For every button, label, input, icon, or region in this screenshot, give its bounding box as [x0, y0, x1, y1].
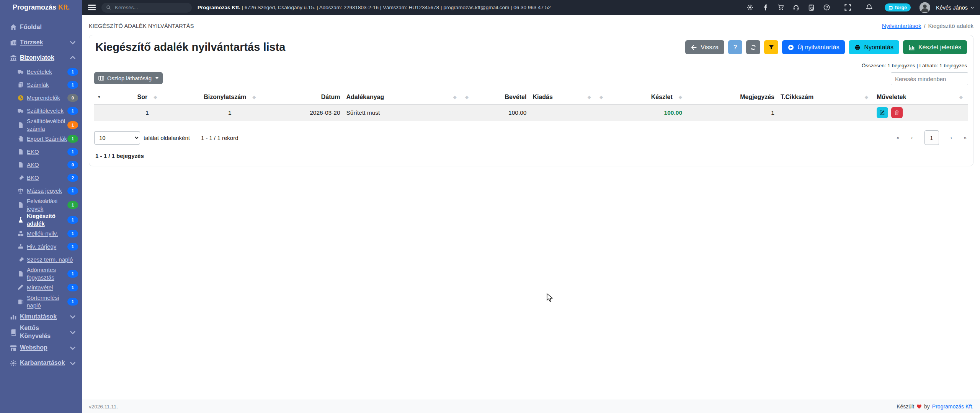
column-header-t-cikkszam[interactable]: T.Cikkszám◆: [777, 90, 874, 104]
sidebar-item-szallitolevelbol-szamla[interactable]: Szállítólevélből számla1: [0, 117, 82, 132]
sidebar-item-torzsek[interactable]: Törzsek: [0, 35, 82, 50]
sidebar-item-hiv-zarjegy[interactable]: Hiv. zárjegy1: [0, 240, 82, 253]
sort-icon: ◆: [588, 95, 591, 99]
column-header-bevetel[interactable]: Bevétel: [478, 90, 530, 104]
sidebar-item-szallitolevelek[interactable]: Szállítólevelek1: [0, 104, 82, 117]
sort-icon: ◆: [465, 95, 469, 99]
sidebar-item-karbantartasok[interactable]: Karbantartások: [0, 356, 82, 371]
sidebar-item-ako[interactable]: AKO0: [0, 158, 82, 171]
column-header-muveletek[interactable]: Műveletek◆: [874, 90, 968, 104]
footer: v2026.11.11. Készült by Programozás Kft.: [82, 400, 980, 413]
sidebar-item-adomentes-fogyasztas[interactable]: Adómentes fogyasztás1: [0, 266, 82, 281]
column-header-datum[interactable]: Dátum: [282, 90, 343, 104]
refresh-button[interactable]: [746, 40, 760, 54]
sidebar-item-szamlak[interactable]: Számlák1: [0, 78, 82, 91]
column-header-sort[interactable]: ▼: [94, 90, 116, 104]
count-badge: 2: [67, 174, 78, 182]
next-page-button[interactable]: ›: [951, 135, 952, 141]
column-header-kiadas[interactable]: Kiadás◆◆: [529, 90, 612, 104]
sidebar-item-bevetelek[interactable]: Bevételek1: [0, 65, 82, 78]
edit-button[interactable]: [877, 107, 888, 118]
count-badge: 1: [67, 68, 78, 76]
sidebar-item-export-szamlak[interactable]: Export Számlák1: [0, 132, 82, 145]
flask-icon: [18, 217, 24, 223]
sidebar-item-label: Számlák: [27, 81, 49, 89]
topbar-search-input[interactable]: [114, 4, 187, 11]
sort-icon: ◆: [679, 95, 682, 99]
sidebar-item-szesz-term-naplo[interactable]: Szesz term. napló: [0, 253, 82, 266]
breadcrumb-separator: /: [924, 23, 925, 29]
sidebar-item-webshop[interactable]: Webshop: [0, 340, 82, 356]
print-button[interactable]: Nyomtatás: [849, 40, 899, 54]
file-export-icon: [18, 136, 24, 142]
sidebar-item-label: BKO: [27, 174, 39, 182]
breadcrumb: Nyilvántartások / Kiegészítő adalék: [882, 23, 973, 29]
bell-icon[interactable]: [866, 4, 873, 11]
sidebar-item-label: Kimutatások: [20, 313, 57, 321]
column-header-keszlet[interactable]: Készlet◆: [612, 90, 685, 104]
facebook-icon[interactable]: [762, 4, 769, 11]
table-search-input[interactable]: [891, 72, 968, 85]
back-button[interactable]: Vissza: [685, 40, 724, 54]
sidebar-item-bizonylatok[interactable]: Bizonylatok: [0, 50, 82, 65]
first-page-button[interactable]: «: [897, 135, 900, 141]
help-circle-icon[interactable]: [823, 4, 830, 11]
per-page-label: találat oldalanként: [144, 135, 190, 141]
breadcrumb-link-nyilvantartasok[interactable]: Nyilvántartások: [882, 23, 921, 29]
sidebar-item-eko[interactable]: EKO1: [0, 145, 82, 158]
count-badge: 1: [67, 298, 78, 306]
content-head: KIEGÉSZÍTŐ ADALÉK NYILVÁNTARTÁS Nyilvánt…: [89, 23, 973, 29]
table-controls: Oszlop láthatóság: [94, 72, 968, 85]
user-menu[interactable]: Kévés János: [936, 5, 974, 11]
topbar: Programozás Kft. | 6726 Szeged, Csalogán…: [82, 0, 980, 15]
page-size-select[interactable]: 10: [94, 131, 140, 145]
column-label: Dátum: [321, 94, 340, 101]
hamburger-menu-icon[interactable]: [88, 5, 96, 10]
topbar-search[interactable]: [101, 3, 192, 13]
breadcrumb-current: Kiegészítő adalék: [928, 23, 973, 29]
fullscreen-icon[interactable]: [844, 4, 851, 11]
delete-button[interactable]: [891, 107, 903, 118]
sidebar-item-mintavetel[interactable]: Mintavétel1: [0, 281, 82, 294]
sort-icon-pair: ◆◆: [588, 95, 603, 99]
stamp-icon: [18, 244, 24, 250]
column-header-adalekanyag[interactable]: Adalékanyag◆◆: [343, 90, 478, 104]
sidebar-item-mellek-nyilv[interactable]: Mellék-nyilv.1: [0, 227, 82, 240]
cell-keszlet: 100.00: [612, 104, 685, 121]
help-button[interactable]: ?: [728, 40, 742, 54]
sidebar-item-mazsa-jegyek[interactable]: Mázsa jegyek1: [0, 184, 82, 197]
sidebar-item-megrendelok[interactable]: Megrendelők0: [0, 91, 82, 104]
prev-page-button[interactable]: ‹: [911, 135, 913, 141]
sidebar-item-sortermelesi-naplo[interactable]: Sörtermelési napló1: [0, 294, 82, 309]
entries-label: 1 - 1 / 1 bejegyzés: [94, 153, 968, 159]
gear-icon: [10, 360, 17, 367]
sidebar-item-felvasarlasi-jegyek[interactable]: Felvásárlási jegyek1: [0, 197, 82, 212]
headset-icon[interactable]: [793, 4, 799, 11]
current-page-button[interactable]: 1: [924, 130, 939, 145]
sidebar-item-fooldal[interactable]: Főoldal: [0, 20, 82, 35]
filter-icon: [768, 44, 774, 50]
sidebar-item-kiegeszito-adalek[interactable]: Kiegészítő adalék1: [0, 212, 82, 227]
home-icon: [10, 24, 17, 31]
footer-company-link[interactable]: Programozás Kft.: [932, 403, 973, 410]
forge-badge[interactable]: forge: [885, 3, 911, 11]
user-avatar[interactable]: [920, 2, 930, 13]
column-header-sor[interactable]: Sor◆: [116, 90, 178, 104]
app-logo[interactable]: Programozás Kft.: [0, 0, 82, 15]
cart-icon[interactable]: [777, 4, 784, 11]
list-card: Kiegészítő adalék nyilvántartás lista Vi…: [89, 35, 973, 166]
stock-report-button[interactable]: Készlet jelentés: [903, 40, 967, 54]
sidebar-item-kimutatasok[interactable]: Kimutatások: [0, 309, 82, 324]
column-header-bizonylatszam[interactable]: Bizonylatszám◆: [178, 90, 282, 104]
count-badge: 1: [67, 230, 78, 237]
gear-icon[interactable]: [747, 4, 753, 11]
column-header-megjegyzes[interactable]: Megjegyzés: [685, 90, 777, 104]
filter-button[interactable]: [764, 40, 778, 54]
sidebar-item-kettos-konyveles[interactable]: Kettős Könyvelés: [0, 324, 82, 340]
column-visibility-button[interactable]: Oszlop láthatóság: [94, 72, 163, 84]
new-record-button[interactable]: Új nyilvántartás: [782, 40, 845, 54]
sidebar-item-label: Mellék-nyilv.: [27, 230, 58, 237]
last-page-button[interactable]: »: [964, 135, 967, 141]
clipboard-clock-icon[interactable]: [808, 4, 815, 11]
sidebar-item-bko[interactable]: BKO2: [0, 171, 82, 184]
